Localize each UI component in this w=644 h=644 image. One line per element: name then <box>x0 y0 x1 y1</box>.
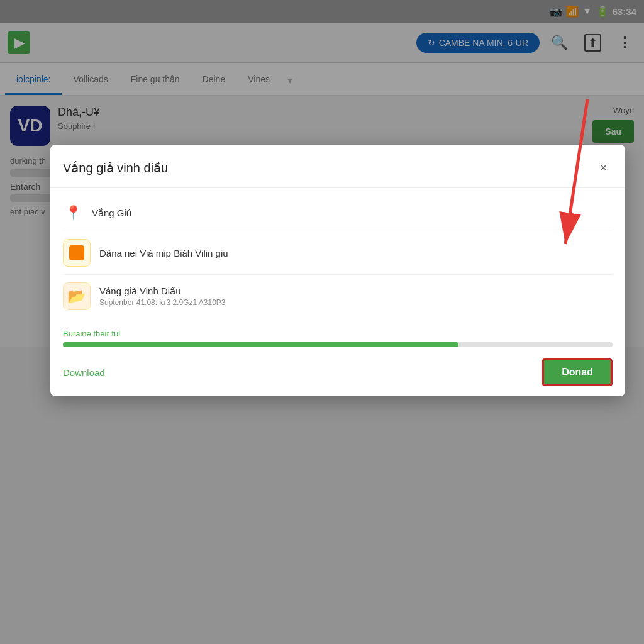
dialog-close-button[interactable]: × <box>594 157 613 179</box>
app-item-text: Dâna nei Viá mip Biáh Vilin giu <box>99 248 228 258</box>
dialog-row-folder: 📂 Váng giả Vinh Diấu Suptenber 41.08: ƙr… <box>63 275 613 318</box>
donad-button[interactable]: Donad <box>542 358 613 386</box>
progress-bar-fill <box>63 342 458 347</box>
folder-icon: 📂 <box>63 282 91 310</box>
location-text: Vắng Giú <box>92 208 131 219</box>
dialog-row-location: 📍 Vắng Giú <box>63 196 613 231</box>
dialog-body: 📍 Vắng Giú Dâna nei Viá mip Biáh Vilin g… <box>50 188 625 325</box>
dialog-footer: Download Donad <box>50 350 625 396</box>
dialog-header: Vắng giả vinh diầu × <box>50 145 625 188</box>
app-icon <box>63 239 91 267</box>
folder-item-sub: Suptenber 41.08: ƙr3 2.9Gz1 A310P3 <box>99 298 225 307</box>
progress-label: Buraine their ful <box>63 329 613 338</box>
location-icon: 📍 <box>63 203 83 223</box>
folder-item-text: Váng giả Vinh Diấu <box>99 286 225 297</box>
dialog-title: Vắng giả vinh diầu <box>63 160 168 175</box>
dialog-row-app: Dâna nei Viá mip Biáh Vilin giu <box>63 231 613 275</box>
dialog: Vắng giả vinh diầu × 📍 Vắng Giú Dâna nei… <box>50 145 625 396</box>
progress-section: Buraine their ful <box>50 325 625 350</box>
download-link[interactable]: Download <box>63 367 105 378</box>
progress-bar-background <box>63 342 613 347</box>
